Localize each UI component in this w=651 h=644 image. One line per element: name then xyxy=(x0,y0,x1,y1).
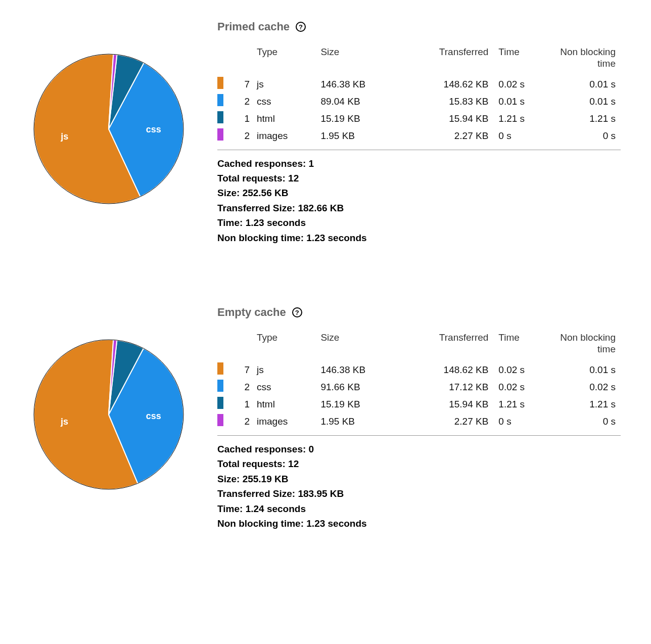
swatch-images xyxy=(217,128,223,141)
summary-cached: Cached responses0 xyxy=(217,442,621,456)
cell-time: 0.02 s xyxy=(493,76,550,93)
table-row: 2images1.95 KB2.27 KB0 s0 s xyxy=(217,127,621,145)
help-icon[interactable]: ? xyxy=(296,22,306,32)
table-header-row: TypeSizeTransferredTimeNon blocking time xyxy=(217,328,621,361)
cell-time: 0.02 s xyxy=(493,379,550,396)
cell-type: html xyxy=(252,396,315,413)
summary-size: Size252.56 KB xyxy=(217,186,621,200)
cell-nbt: 0.01 s xyxy=(550,93,621,110)
cell-size: 146.38 KB xyxy=(315,361,401,379)
cell-nbt: 0 s xyxy=(550,127,621,145)
chart-column: jscss xyxy=(30,306,202,493)
swatch-images xyxy=(217,414,223,426)
summary-value-total: 12 xyxy=(288,173,299,183)
cell-count: 2 xyxy=(231,93,252,110)
cell-count: 2 xyxy=(231,379,252,396)
cell-time: 1.21 s xyxy=(493,110,550,127)
cell-type: images xyxy=(252,127,315,145)
cell-size: 89.04 KB xyxy=(315,93,401,110)
section-title-text: Primed cache xyxy=(217,20,290,33)
cell-count: 2 xyxy=(231,127,252,145)
summary-time: Time1.23 seconds xyxy=(217,215,621,230)
cell-nbt: 0.01 s xyxy=(550,76,621,93)
summary-value-time: 1.23 seconds xyxy=(246,217,306,228)
summary-value-time: 1.24 seconds xyxy=(246,503,306,514)
summary-value-cached: 1 xyxy=(309,158,314,169)
col-nbt: Non blocking time xyxy=(550,328,621,361)
col-type: Type xyxy=(252,328,315,361)
summary-value-total: 12 xyxy=(288,458,299,469)
summary-total: Total requests12 xyxy=(217,171,621,186)
summary-label-size: Size xyxy=(217,474,243,484)
col-count xyxy=(231,42,252,76)
cell-transferred: 15.94 KB xyxy=(401,110,494,127)
section-0: jscssPrimed cache?TypeSizeTransferredTim… xyxy=(30,20,621,245)
cell-nbt: 0 s xyxy=(550,413,621,430)
cell-count: 7 xyxy=(231,361,252,379)
summary-label-time: Time xyxy=(217,503,246,514)
cell-type: js xyxy=(252,76,315,93)
cell-size: 1.95 KB xyxy=(315,413,401,430)
col-time: Time xyxy=(493,328,550,361)
cell-type: css xyxy=(252,93,315,110)
summary-value-transferred: 182.66 KB xyxy=(298,203,344,213)
cell-type: js xyxy=(252,361,315,379)
summary-value-transferred: 183.95 KB xyxy=(298,488,344,499)
summary-label-nbt: Non blocking time xyxy=(217,518,306,529)
table-row: 2css91.66 KB17.12 KB0.02 s0.02 s xyxy=(217,379,621,396)
pie-label-css: css xyxy=(146,411,161,421)
summary-size: Size255.19 KB xyxy=(217,472,621,486)
cell-count: 7 xyxy=(231,76,252,93)
info-column: Primed cache?TypeSizeTransferredTimeNon … xyxy=(202,20,621,245)
section-title: Empty cache? xyxy=(217,306,621,319)
swatch-html xyxy=(217,111,223,123)
cell-size: 15.19 KB xyxy=(315,396,401,413)
col-nbt: Non blocking time xyxy=(550,42,621,76)
help-icon[interactable]: ? xyxy=(292,307,302,317)
summary-transferred: Transferred Size183.95 KB xyxy=(217,486,621,501)
cell-time: 1.21 s xyxy=(493,396,550,413)
section-title: Primed cache? xyxy=(217,20,621,33)
cell-transferred: 2.27 KB xyxy=(401,413,494,430)
swatch-css xyxy=(217,94,223,106)
table-row: 1html15.19 KB15.94 KB1.21 s1.21 s xyxy=(217,110,621,127)
summary-time: Time1.24 seconds xyxy=(217,501,621,516)
chart-column: jscss xyxy=(30,20,202,207)
cell-nbt: 1.21 s xyxy=(550,110,621,127)
cell-size: 1.95 KB xyxy=(315,127,401,145)
cell-nbt: 0.02 s xyxy=(550,379,621,396)
summary-transferred: Transferred Size182.66 KB xyxy=(217,201,621,215)
summary-value-cached: 0 xyxy=(309,444,314,454)
breakdown-table: TypeSizeTransferredTimeNon blocking time… xyxy=(217,42,621,145)
summary-value-nbt: 1.23 seconds xyxy=(306,518,366,529)
summary: Cached responses1Total requests12Size252… xyxy=(217,150,621,246)
info-column: Empty cache?TypeSizeTransferredTimeNon b… xyxy=(202,306,621,531)
swatch-js xyxy=(217,77,223,89)
cell-size: 15.19 KB xyxy=(315,110,401,127)
table-row: 7js146.38 KB148.62 KB0.02 s0.01 s xyxy=(217,76,621,93)
table-row: 2images1.95 KB2.27 KB0 s0 s xyxy=(217,413,621,430)
summary-value-size: 252.56 KB xyxy=(243,188,289,198)
cell-count: 1 xyxy=(231,396,252,413)
summary-value-nbt: 1.23 seconds xyxy=(306,233,366,243)
summary-nbt: Non blocking time1.23 seconds xyxy=(217,231,621,245)
section-1: jscssEmpty cache?TypeSizeTransferredTime… xyxy=(30,306,621,531)
cell-transferred: 148.62 KB xyxy=(401,76,494,93)
summary-value-size: 255.19 KB xyxy=(243,474,289,484)
summary-label-total: Total requests xyxy=(217,458,288,469)
col-size: Size xyxy=(315,42,401,76)
cell-count: 2 xyxy=(231,413,252,430)
breakdown-table: TypeSizeTransferredTimeNon blocking time… xyxy=(217,328,621,430)
pie-label-js: js xyxy=(60,417,68,427)
cell-type: images xyxy=(252,413,315,430)
cell-transferred: 2.27 KB xyxy=(401,127,494,145)
table-row: 1html15.19 KB15.94 KB1.21 s1.21 s xyxy=(217,396,621,413)
col-type: Type xyxy=(252,42,315,76)
col-transferred: Transferred xyxy=(401,328,494,361)
cell-time: 0 s xyxy=(493,127,550,145)
summary-label-total: Total requests xyxy=(217,173,288,183)
summary-label-cached: Cached responses xyxy=(217,444,309,454)
table-header-row: TypeSizeTransferredTimeNon blocking time xyxy=(217,42,621,76)
swatch-css xyxy=(217,380,223,392)
cell-type: css xyxy=(252,379,315,396)
